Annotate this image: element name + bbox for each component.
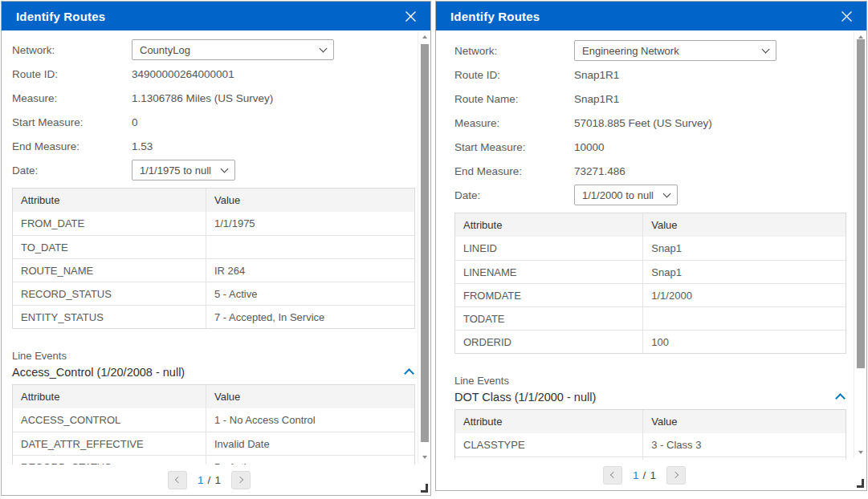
window-content: Network: CountyLog CountyLog Route ID: 3… bbox=[2, 30, 417, 465]
field-value: 1.1306786 Miles (US Survey) bbox=[132, 92, 273, 104]
attribute-cell: FROMDATE bbox=[455, 284, 642, 306]
dropdown-selected-value: 1/1/1975 to null bbox=[140, 164, 211, 176]
total-pages: 1 bbox=[650, 469, 656, 481]
attribute-cell: ENTITY_STATUS bbox=[13, 306, 206, 328]
identify-routes-window: Identify Routes Network: CountyLog Count… bbox=[1, 1, 431, 496]
collapse-section-button[interactable] bbox=[401, 367, 416, 378]
next-page-button[interactable] bbox=[666, 466, 686, 485]
resize-handle[interactable] bbox=[857, 479, 864, 488]
attribute-cell: RECORD_STATUS bbox=[13, 456, 206, 465]
scrollbar-thumb[interactable] bbox=[421, 44, 429, 442]
collapse-section-button[interactable] bbox=[833, 391, 847, 403]
route-attribute-table: Attribute Value LINEID Snap1 LINENAME Sn… bbox=[454, 213, 846, 354]
field-dropdown[interactable]: Engineering Network bbox=[574, 40, 776, 61]
line-events-section-title: Access_Control (1/20/2008 - null) bbox=[12, 366, 185, 379]
attribute-cell: TODATE bbox=[455, 307, 642, 330]
route-fields: Network: CountyLog CountyLog Route ID: 3… bbox=[12, 38, 414, 182]
table-header-row: Attribute Value bbox=[455, 213, 846, 237]
value-column-header: Value bbox=[642, 410, 846, 433]
line-events-label: Line Events bbox=[12, 350, 414, 362]
scroll-down-arrow-icon[interactable] bbox=[858, 451, 863, 454]
table-row: LINENAME Snap1 bbox=[455, 260, 846, 283]
chevron-down-icon bbox=[221, 164, 229, 172]
next-page-button[interactable] bbox=[231, 471, 251, 489]
chevron-up-icon bbox=[835, 393, 846, 404]
vertical-scrollbar[interactable] bbox=[418, 31, 430, 463]
resize-handle[interactable] bbox=[421, 484, 428, 493]
table-row: ORDERID 100 bbox=[455, 330, 846, 353]
field-label: Measure: bbox=[12, 92, 132, 104]
window-body: Network: CountyLog CountyLog Route ID: 3… bbox=[2, 30, 430, 495]
page-separator: / bbox=[643, 469, 646, 481]
field-label: Route ID: bbox=[454, 69, 574, 81]
value-cell: 1/1/1975 bbox=[206, 212, 414, 235]
chevron-right-icon bbox=[672, 472, 679, 478]
field-row: Route Name: Snap1R1 Snap1R1 bbox=[454, 87, 845, 111]
field-row: Route ID: Snap1R1 Snap1R1 bbox=[454, 63, 845, 87]
table-row: FROM_DATE 1/1/1975 bbox=[13, 212, 414, 235]
table-row: ENTITY_STATUS 7 - Accepted, In Service bbox=[13, 305, 414, 328]
window-title: Identify Routes bbox=[16, 10, 105, 23]
field-dropdown[interactable]: 1/1/2000 to null bbox=[574, 185, 678, 205]
line-events-label: Line Events bbox=[454, 375, 845, 387]
value-cell: 100 bbox=[642, 331, 846, 353]
table-row: RECORD_STATUS 5 - Active bbox=[13, 282, 414, 305]
scroll-up-arrow-icon[interactable] bbox=[422, 35, 427, 39]
field-label: Date: bbox=[454, 189, 574, 201]
table-row: TO_DATE bbox=[13, 235, 414, 258]
value-cell: 7 - Accepted, In Service bbox=[206, 306, 414, 328]
value-cell: Invalid Date bbox=[206, 432, 414, 455]
attribute-column-header: Attribute bbox=[455, 410, 642, 433]
previous-page-button[interactable] bbox=[603, 466, 622, 485]
value-cell: 1 - No Access Control bbox=[206, 408, 414, 432]
pagination-bar: 1 / 1 bbox=[436, 460, 853, 490]
value-column-header: Value bbox=[642, 213, 846, 237]
table-row: LINEID Snap1 bbox=[455, 237, 846, 260]
window-title: Identify Routes bbox=[450, 10, 540, 23]
field-value: 0 bbox=[132, 116, 138, 128]
route-fields: Network: Engineering Network Engineering… bbox=[454, 39, 845, 207]
window-content: Network: Engineering Network Engineering… bbox=[436, 30, 853, 460]
table-row: ROUTE_NAME IR 264 bbox=[13, 258, 414, 282]
field-row: Date: 1/1/1975 to null 1/1/1975 to null bbox=[12, 158, 414, 182]
current-page: 1 bbox=[633, 469, 639, 481]
table-row: DATE_ATTR_EFFECTIVE Invalid Date bbox=[13, 432, 414, 455]
line-events-section-header: Access_Control (1/20/2008 - null) bbox=[12, 366, 416, 379]
window-body: Network: Engineering Network Engineering… bbox=[436, 30, 866, 490]
scroll-up-arrow-icon[interactable] bbox=[858, 35, 863, 39]
field-dropdown[interactable]: CountyLog bbox=[132, 39, 334, 60]
field-row: Network: CountyLog CountyLog bbox=[12, 38, 414, 62]
value-cell: IR 264 bbox=[206, 259, 414, 282]
scroll-down-arrow-icon[interactable] bbox=[422, 456, 427, 459]
value-cell: 1/1/2000 bbox=[642, 284, 846, 306]
close-button[interactable] bbox=[401, 7, 419, 25]
close-button[interactable] bbox=[837, 7, 855, 25]
line-events-section-title: DOT Class (1/1/2000 - null) bbox=[454, 391, 596, 404]
field-row: Start Measure: 10000 10000 bbox=[454, 135, 845, 159]
field-value: 1.53 bbox=[132, 140, 153, 152]
value-cell: Snap1 bbox=[642, 261, 846, 283]
chevron-left-icon bbox=[175, 477, 181, 483]
field-label: Network: bbox=[12, 44, 132, 56]
close-icon bbox=[405, 10, 417, 22]
total-pages: 1 bbox=[214, 474, 221, 486]
close-icon bbox=[841, 10, 853, 22]
identify-routes-window: Identify Routes Network: Engineering Net… bbox=[435, 1, 867, 491]
chevron-down-icon bbox=[762, 45, 770, 53]
dropdown-selected-value: CountyLog bbox=[140, 44, 190, 56]
chevron-right-icon bbox=[237, 477, 243, 483]
field-dropdown[interactable]: 1/1/1975 to null bbox=[132, 160, 235, 181]
field-label: Start Measure: bbox=[12, 116, 132, 128]
value-cell: 3 - Class 3 bbox=[642, 433, 846, 456]
line-events-section-header: DOT Class (1/1/2000 - null) bbox=[454, 391, 847, 404]
table-row: ACCESS_CONTROL 1 - No Access Control bbox=[13, 408, 414, 432]
vertical-scrollbar[interactable] bbox=[854, 31, 866, 458]
field-label: Route ID: bbox=[12, 68, 132, 80]
value-cell: 5 - Active bbox=[206, 456, 414, 465]
previous-page-button[interactable] bbox=[168, 471, 187, 489]
page-indicator: 1 / 1 bbox=[633, 469, 656, 481]
scrollbar-thumb[interactable] bbox=[857, 39, 865, 368]
dropdown-selected-value: 1/1/2000 to null bbox=[582, 189, 654, 201]
table-row: TODATE bbox=[455, 306, 846, 330]
page-indicator: 1 / 1 bbox=[198, 474, 221, 486]
